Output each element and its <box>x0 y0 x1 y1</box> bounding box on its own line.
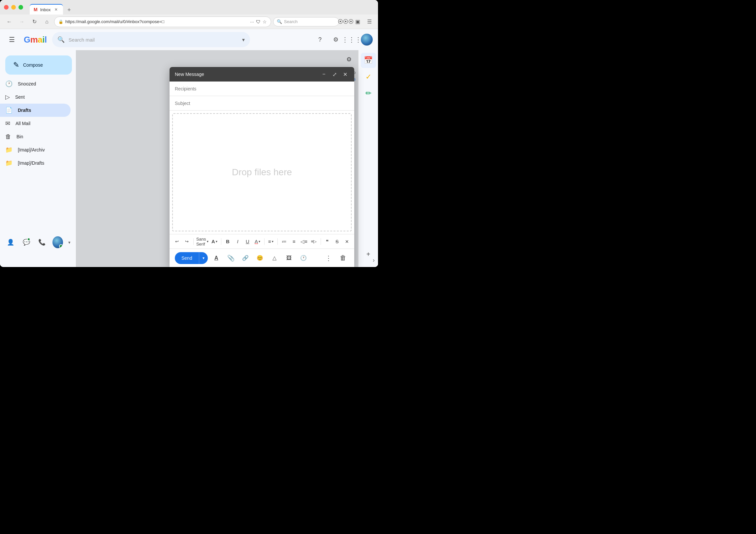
minimize-window-button[interactable] <box>11 5 16 10</box>
add-account-button[interactable]: 👤 <box>5 236 16 248</box>
browser-window: M Inbox ✕ + ← → ↻ ⌂ 🔒 https://mail.googl… <box>0 0 378 267</box>
send-dropdown-button[interactable]: ▾ <box>199 252 208 264</box>
attach-file-button[interactable]: 📎 <box>225 252 237 264</box>
title-bar: M Inbox ✕ + <box>0 0 378 15</box>
gmail-menu-button[interactable]: ☰ <box>5 33 18 46</box>
browser-menu-icon[interactable]: ☰ <box>365 17 374 26</box>
font-family-arrow: ▾ <box>207 240 208 243</box>
send-main-button[interactable]: Send <box>175 252 199 264</box>
font-size-button[interactable]: A ▾ <box>210 236 219 247</box>
sidebar-item-snoozed[interactable]: 🕐 Snoozed <box>0 77 71 90</box>
nav-bar: ← → ↻ ⌂ 🔒 https://mail.google.com/mail/u… <box>0 15 378 29</box>
compose-close-button[interactable]: ✕ <box>341 70 349 78</box>
back-button[interactable]: ← <box>4 17 15 27</box>
compose-header-actions: − ⤢ ✕ <box>320 70 349 78</box>
browser-search-bar[interactable]: 🔍 Search <box>273 17 339 26</box>
apps-button[interactable]: ⋮⋮⋮ <box>345 33 358 46</box>
user-avatar-small[interactable] <box>52 236 63 248</box>
sidebar-label-imap-drafts: [Imap]/Drafts <box>18 160 44 166</box>
quote-button[interactable]: ❝ <box>323 236 332 247</box>
compose-editor[interactable]: Drop files here <box>170 111 354 234</box>
text-color-button[interactable]: A ▾ <box>253 236 262 247</box>
strikethrough-button[interactable]: S <box>332 236 342 247</box>
google-drive-button[interactable]: △ <box>268 252 280 264</box>
sidebar-item-all-mail[interactable]: ✉ All Mail <box>0 117 71 130</box>
sidebar-item-drafts[interactable]: 📄 Drafts <box>0 104 71 117</box>
imap-archive-icon: 📁 <box>5 146 13 153</box>
compose-modal: New Message − ⤢ ✕ Drop files here <box>170 67 354 267</box>
search-dropdown-icon[interactable]: ▾ <box>242 37 245 43</box>
compose-footer: Send ▾ A 📎 🔗 😊 △ 🖼 🕐 ⋮ 🗑 <box>170 249 354 267</box>
indent-decrease-button[interactable]: ◁≡ <box>299 236 309 247</box>
help-button[interactable]: ? <box>313 33 327 46</box>
remove-format-button[interactable]: ✕ <box>342 236 352 247</box>
ordered-list-button[interactable]: ≔ <box>280 236 289 247</box>
new-tab-button[interactable]: + <box>64 5 74 15</box>
redo-button[interactable]: ↪ <box>182 236 191 247</box>
sidebar-item-imap-drafts[interactable]: 📁 [Imap]/Drafts <box>0 156 71 170</box>
expand-arrow[interactable]: ▾ <box>68 240 71 245</box>
compose-recipients-field[interactable] <box>170 82 354 96</box>
compose-minimize-button[interactable]: − <box>320 70 328 78</box>
compose-body[interactable]: Drop files here <box>170 111 354 234</box>
gmail-m-icon: Gmail <box>24 35 47 45</box>
undo-button[interactable]: ↩ <box>172 236 181 247</box>
indent-increase-button[interactable]: ≡▷ <box>309 236 319 247</box>
main-settings-icon[interactable]: ⚙ <box>342 53 356 66</box>
align-button[interactable]: ≡ ▾ <box>266 236 275 247</box>
address-dots[interactable]: ··· <box>250 19 254 24</box>
gmail-app: ☰ Gmail 🔍 Search mail ▾ ? ⚙ ⋮⋮⋮ <box>0 29 378 267</box>
tasks-sidebar-button[interactable]: ✓ <box>361 69 376 84</box>
sidebar-footer: 👤 💬 📞 ▾ <box>0 234 76 250</box>
right-nav-icons: ⦿⦿⦿ ▣ ☰ <box>341 17 374 26</box>
confidential-button[interactable]: 🕐 <box>298 252 309 264</box>
calendar-sidebar-button[interactable]: 📅 <box>361 53 376 68</box>
toolbar-sep-4 <box>277 238 278 245</box>
close-window-button[interactable] <box>4 5 9 10</box>
user-avatar[interactable] <box>361 34 373 46</box>
insert-emoji-button[interactable]: 😊 <box>254 252 266 264</box>
forward-button[interactable]: → <box>16 17 27 27</box>
sidebar-item-sent[interactable]: ▷ Sent <box>0 90 71 104</box>
phone-button[interactable]: 📞 <box>37 236 47 248</box>
library-icon[interactable]: ⦿⦿⦿ <box>341 17 350 26</box>
italic-button[interactable]: I <box>233 236 242 247</box>
insert-photo-button[interactable]: 🖼 <box>283 252 295 264</box>
right-sidebar-expand[interactable]: › <box>373 257 375 264</box>
maximize-window-button[interactable] <box>18 5 23 10</box>
sidebar-item-bin[interactable]: 🗑 Bin <box>0 130 71 143</box>
compose-subject-field[interactable] <box>170 96 354 111</box>
send-button-group[interactable]: Send ▾ <box>175 252 208 264</box>
sidebar-item-imap-archive[interactable]: 📁 [Imap]/Archiv <box>0 143 71 156</box>
home-button[interactable]: ⌂ <box>42 17 52 27</box>
active-tab[interactable]: M Inbox ✕ <box>30 4 63 15</box>
tab-close-button[interactable]: ✕ <box>53 7 59 13</box>
font-family-selector[interactable]: Sans Serif ▾ <box>196 236 209 247</box>
contacts-sidebar-button[interactable]: ✏ <box>361 86 376 101</box>
font-size-arrow: ▾ <box>216 240 217 243</box>
sidebar-toggle-icon[interactable]: ▣ <box>353 17 362 26</box>
compose-button[interactable]: ✎ Compose <box>5 55 72 75</box>
more-options-button[interactable]: ⋮ <box>323 252 334 264</box>
reload-button[interactable]: ↻ <box>29 17 40 27</box>
bold-button[interactable]: B <box>223 236 233 247</box>
settings-area: ⚙ <box>342 53 356 66</box>
chat-button[interactable]: 💬 <box>21 236 32 248</box>
address-bar[interactable]: 🔒 https://mail.google.com/mail/u/0/#inbo… <box>54 17 271 27</box>
gmail-search-bar[interactable]: 🔍 Search mail ▾ <box>52 32 250 47</box>
recipients-input[interactable] <box>175 86 349 91</box>
compose-expand-button[interactable]: ⤢ <box>331 70 338 78</box>
sidebar-label-imap-archive: [Imap]/Archiv <box>18 147 45 152</box>
url-text: https://mail.google.com/mail/u/0/#inbox?… <box>65 19 248 24</box>
format-options-button[interactable]: A <box>210 252 222 264</box>
star-icon[interactable]: ☆ <box>263 19 267 24</box>
subject-input[interactable] <box>175 101 349 106</box>
settings-button[interactable]: ⚙ <box>329 33 342 46</box>
insert-link-button[interactable]: 🔗 <box>239 252 251 264</box>
unordered-list-button[interactable]: ≡ <box>290 236 299 247</box>
align-arrow: ▾ <box>272 240 273 243</box>
underline-button[interactable]: U <box>243 236 252 247</box>
discard-button[interactable]: 🗑 <box>337 252 349 264</box>
user-status-badge <box>59 244 63 248</box>
gmail-search-placeholder: Search mail <box>69 37 238 43</box>
